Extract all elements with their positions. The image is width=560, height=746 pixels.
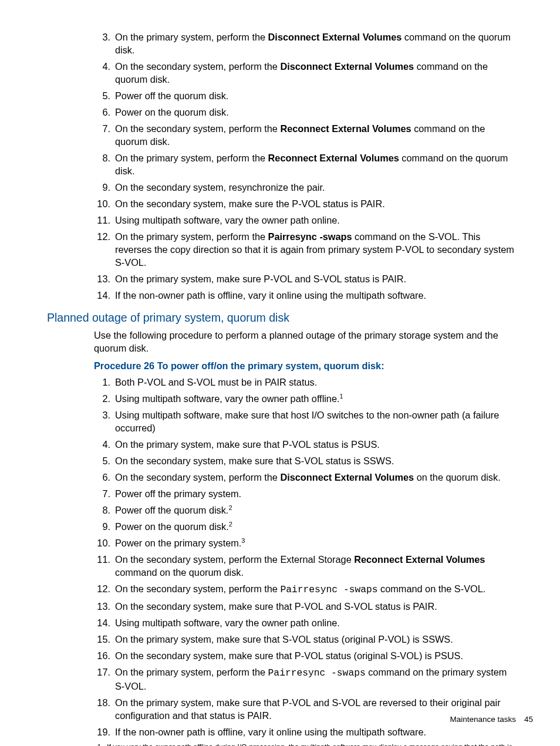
list-item: 12.On the primary system, perform the Pa… [94, 230, 519, 269]
list-item-text: On the secondary system, make sure that … [115, 650, 463, 661]
footnote-ref: 1 [340, 393, 343, 400]
list-item-text: On the primary system, perform the Pairr… [115, 231, 514, 268]
list-item-number: 13. [94, 272, 110, 285]
bold-term: Reconnect External Volumes [268, 153, 399, 163]
footnotes: 1.If you vary the owner path offline dur… [94, 743, 519, 746]
list-item-text: On the secondary system, resynchronize t… [115, 182, 325, 193]
bold-term: Reconnect External Volumes [280, 123, 411, 134]
list-item-number: 11. [94, 553, 110, 566]
list-item-text: Power off the quorum disk.2 [115, 505, 232, 515]
list-item-text: Power on the primary system.3 [115, 538, 245, 548]
list-item-number: 3. [94, 31, 110, 43]
list-item-text: On the primary system, perform the Pairr… [115, 667, 507, 691]
list-item: 14.Using multipath software, vary the ow… [94, 616, 519, 629]
list-item-text: On the secondary system, perform the Rec… [115, 123, 485, 147]
list-item: 5.Power off the quorum disk. [94, 89, 519, 102]
footnote-ref: 3 [241, 537, 245, 544]
footnote-number: 1. [94, 743, 103, 746]
list-item-number: 14. [94, 616, 110, 629]
footnote-text: If you vary the owner path offline durin… [107, 743, 512, 746]
list-item: 3.Using multipath software, make sure th… [94, 409, 519, 434]
list-item-number: 12. [94, 230, 110, 243]
list-item-text: On the secondary system, make sure the P… [115, 198, 385, 209]
list-item-number: 14. [94, 289, 110, 302]
list-item-number: 11. [94, 214, 110, 227]
bold-term: Disconnect External Volumes [280, 61, 414, 72]
list-item-number: 1. [94, 376, 110, 389]
list-item-number: 9. [94, 520, 110, 533]
list-item: 4.On the secondary system, perform the D… [94, 60, 519, 86]
list-item-number: 19. [94, 725, 110, 738]
list-item-number: 7. [94, 487, 110, 500]
list-item-text: On the primary system, perform the Disco… [115, 32, 511, 55]
procedure-title: Procedure 26 To power off/on the primary… [94, 359, 519, 372]
list-item: 2.Using multipath software, vary the own… [94, 392, 519, 405]
section-heading: Planned outage of primary system, quorum… [47, 310, 519, 325]
list-item-number: 4. [94, 438, 110, 451]
list-item-text: On the primary system, perform the Recon… [115, 153, 508, 176]
list-item-text: On the secondary system, perform the Pai… [115, 583, 485, 594]
list-item-number: 4. [94, 60, 110, 73]
list-item-text: If the non-owner path is offline, vary i… [115, 727, 426, 737]
list-item-text: Power off the quorum disk. [115, 90, 228, 101]
list-item-number: 8. [94, 504, 110, 517]
content-area: 3.On the primary system, perform the Dis… [94, 31, 519, 746]
list-item-text: If the non-owner path is offline, vary i… [115, 290, 426, 301]
list-item: 12.On the secondary system, perform the … [94, 582, 519, 596]
list-item-text: On the primary system, make sure P-VOL a… [115, 274, 406, 284]
list-item: 16.On the secondary system, make sure th… [94, 649, 519, 662]
document-page: 3.On the primary system, perform the Dis… [0, 0, 560, 746]
list-item: 8.On the primary system, perform the Rec… [94, 151, 519, 177]
list-item: 13.On the secondary system, make sure th… [94, 600, 519, 613]
list-item: 14.If the non-owner path is offline, var… [94, 289, 519, 302]
list-item-text: On the primary system, make sure that P-… [115, 439, 380, 450]
list-item: 15.On the primary system, make sure that… [94, 633, 519, 646]
list-item: 3.On the primary system, perform the Dis… [94, 31, 519, 56]
list-item-number: 18. [94, 696, 110, 709]
bold-term: Disconnect External Volumes [280, 472, 414, 482]
list-item-text: On the primary system, make sure that P-… [115, 697, 501, 721]
footnote-ref: 2 [228, 504, 232, 511]
list-item: 9.On the secondary system, resynchronize… [94, 181, 519, 194]
section-intro: Use the following procedure to perform a… [94, 329, 519, 355]
list-item: 19.If the non-owner path is offline, var… [94, 725, 519, 738]
list-item: 6.On the secondary system, perform the D… [94, 471, 519, 484]
list-item-text: Both P-VOL and S-VOL must be in PAIR sta… [115, 377, 317, 387]
procedure-list-1: 3.On the primary system, perform the Dis… [94, 31, 519, 302]
list-item: 4.On the primary system, make sure that … [94, 438, 519, 451]
list-item-number: 15. [94, 633, 110, 646]
list-item-text: Power off the primary system. [115, 488, 241, 499]
list-item: 11.On the secondary system, perform the … [94, 553, 519, 579]
procedure-list-2: 1.Both P-VOL and S-VOL must be in PAIR s… [94, 376, 519, 738]
list-item-text: Using multipath software, vary the owner… [115, 215, 340, 225]
list-item-number: 10. [94, 536, 110, 549]
list-item-text: Using multipath software, vary the owner… [115, 617, 340, 628]
list-item-text: Using multipath software, vary the owner… [115, 393, 343, 404]
list-item-text: On the secondary system, make sure that … [115, 601, 437, 612]
page-footer: Maintenance tasks45 [450, 714, 533, 725]
list-item: 8.Power off the quorum disk.2 [94, 504, 519, 517]
list-item-text: On the primary system, make sure that S-… [115, 634, 453, 644]
list-item-text: On the secondary system, perform the Dis… [115, 61, 488, 85]
list-item: 11.Using multipath software, vary the ow… [94, 214, 519, 227]
bold-term: Pairresync -swaps [268, 231, 352, 242]
list-item-number: 10. [94, 197, 110, 210]
bold-term: Reconnect External Volumes [354, 554, 485, 565]
footer-label: Maintenance tasks [450, 715, 516, 724]
list-item-text: Using multipath software, make sure that… [115, 410, 499, 433]
list-item: 5.On the secondary system, make sure tha… [94, 454, 519, 467]
list-item-text: Power on the quorum disk. [115, 107, 229, 117]
list-item-number: 5. [94, 454, 110, 467]
list-item: 9.Power on the quorum disk.2 [94, 520, 519, 533]
list-item-text: Power on the quorum disk.2 [115, 521, 232, 532]
list-item: 1.Both P-VOL and S-VOL must be in PAIR s… [94, 376, 519, 389]
list-item-number: 2. [94, 392, 110, 405]
footnote-ref: 2 [229, 521, 232, 528]
list-item: 7.Power off the primary system. [94, 487, 519, 500]
list-item-number: 12. [94, 582, 110, 595]
list-item-number: 5. [94, 89, 110, 102]
list-item: 6.Power on the quorum disk. [94, 106, 519, 119]
list-item: 10.Power on the primary system.3 [94, 536, 519, 549]
list-item-number: 16. [94, 649, 110, 662]
list-item-number: 9. [94, 181, 110, 194]
